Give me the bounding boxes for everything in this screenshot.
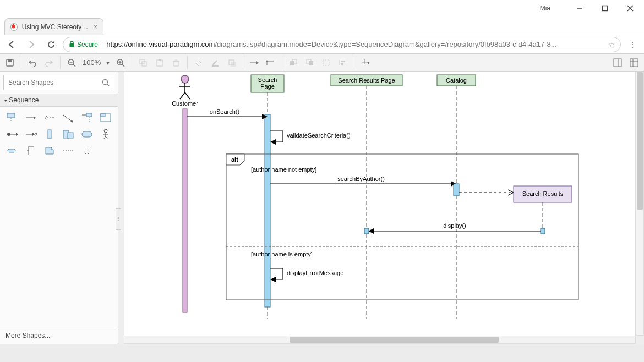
svg-rect-17 [159, 59, 161, 61]
svg-line-40 [107, 84, 110, 86]
zoom-out-button[interactable] [64, 56, 79, 70]
align-button[interactable] [335, 56, 351, 70]
zoom-in-button[interactable] [113, 56, 128, 70]
shape-continuation[interactable] [79, 128, 95, 141]
group-button[interactable] [319, 56, 334, 70]
shape-gate[interactable] [4, 144, 20, 157]
diagram-canvas[interactable]: Customer Search Page Search Results Page… [124, 72, 636, 336]
shape-destroy[interactable] [79, 111, 95, 124]
to-front-button[interactable] [286, 56, 301, 70]
app-toolbar: 100% ▾ +▾ [0, 54, 644, 72]
svg-text:validateSearchCriteria(): validateSearchCriteria() [287, 132, 351, 139]
shape-message[interactable] [23, 111, 39, 124]
svg-point-69 [181, 75, 189, 83]
svg-rect-4 [70, 43, 74, 47]
palette-header[interactable]: ▾ Sequence [0, 94, 118, 107]
fill-color-button[interactable] [191, 56, 206, 70]
svg-rect-80 [265, 114, 270, 307]
url-text: https://online.visual-paradigm.com/diagr… [106, 40, 605, 48]
shape-frame[interactable] [98, 111, 113, 124]
format-panel-button[interactable] [610, 56, 625, 70]
svg-point-51 [7, 133, 10, 136]
workspace: ▾ Sequence { } [0, 72, 644, 344]
svg-rect-96 [454, 184, 459, 196]
favicon-icon [10, 23, 18, 31]
svg-line-8 [73, 64, 75, 67]
palette-title: Sequence [9, 96, 39, 104]
svg-rect-55 [48, 130, 51, 139]
svg-text:searchByAuthor(): searchByAuthor() [337, 175, 385, 182]
copy-button[interactable] [135, 56, 151, 70]
shape-lifeline[interactable] [4, 111, 20, 124]
redo-button[interactable] [41, 56, 57, 70]
address-bar[interactable]: Secure | https://online.visual-paradigm.… [63, 37, 621, 52]
svg-rect-6 [8, 59, 12, 62]
svg-point-59 [104, 129, 107, 133]
waypoint-button[interactable] [263, 56, 279, 70]
svg-text:Search Results Page: Search Results Page [338, 77, 395, 84]
shape-duration[interactable] [23, 144, 39, 157]
back-button[interactable] [3, 36, 20, 53]
bookmark-icon[interactable]: ☆ [609, 41, 615, 48]
svg-rect-50 [101, 114, 105, 117]
svg-text:[author name is empty]: [author name is empty] [251, 251, 313, 257]
svg-line-72 [180, 92, 185, 99]
svg-text:alt: alt [231, 156, 238, 163]
svg-rect-104 [364, 228, 369, 234]
forward-button[interactable] [23, 36, 40, 53]
reload-button[interactable] [43, 36, 59, 53]
shape-concurrent[interactable] [61, 128, 76, 141]
outline-panel-button[interactable] [626, 56, 642, 70]
search-shapes[interactable] [3, 75, 114, 90]
pages-row [0, 344, 644, 362]
shape-lost[interactable] [23, 128, 39, 141]
secure-indicator: Secure [69, 41, 98, 48]
svg-point-39 [103, 80, 108, 85]
svg-rect-1 [603, 6, 608, 11]
close-icon[interactable]: × [93, 23, 97, 31]
svg-text:Customer: Customer [172, 100, 198, 107]
line-color-button[interactable] [208, 56, 223, 70]
delete-button[interactable] [168, 56, 184, 70]
add-button[interactable]: +▾ [358, 56, 373, 70]
browser-tabs: Using MVC Stereotypes v × [0, 17, 644, 35]
save-button[interactable] [2, 56, 18, 70]
horizontal-scrollbar[interactable] [124, 336, 636, 344]
to-back-button[interactable] [302, 56, 318, 70]
browser-menu-button[interactable]: ⋮ [624, 36, 641, 53]
svg-text:Catalog: Catalog [446, 77, 467, 84]
shape-actor[interactable] [98, 128, 113, 141]
window-minimize-button[interactable] [567, 0, 592, 17]
shape-return[interactable] [42, 111, 57, 124]
svg-line-63 [106, 136, 108, 139]
canvas-area: ⋮ Customer Search Page Searc [118, 72, 644, 344]
window-maximize-button[interactable] [592, 0, 618, 17]
shape-found[interactable] [4, 128, 20, 141]
undo-button[interactable] [25, 56, 40, 70]
secure-label: Secure [77, 41, 98, 48]
more-shapes-button[interactable]: More Shapes... [0, 327, 118, 344]
connector-style-button[interactable] [247, 56, 262, 70]
paste-button[interactable] [152, 56, 167, 70]
shape-note[interactable] [42, 144, 57, 157]
split-handle[interactable]: ⋮ [116, 208, 121, 230]
shape-activation[interactable] [42, 128, 57, 141]
svg-point-25 [266, 60, 268, 62]
svg-text:display(): display() [443, 222, 466, 229]
shadow-button[interactable] [224, 56, 239, 70]
svg-rect-75 [183, 109, 187, 312]
shape-create[interactable] [61, 111, 76, 124]
zoom-dropdown[interactable]: ▾ [104, 56, 112, 70]
svg-text:displayErrorMessage: displayErrorMessage [287, 270, 343, 276]
svg-rect-57 [68, 133, 73, 138]
zoom-level[interactable]: 100% [80, 58, 103, 67]
vertical-scrollbar[interactable] [636, 72, 644, 336]
search-icon [102, 79, 110, 86]
browser-tab[interactable]: Using MVC Stereotypes v × [4, 18, 103, 35]
svg-rect-41 [7, 113, 15, 118]
window-close-button[interactable] [618, 0, 643, 17]
search-input[interactable] [8, 79, 102, 86]
svg-rect-34 [614, 59, 621, 67]
shape-constraint[interactable]: { } [79, 144, 95, 157]
shape-anchor[interactable] [61, 144, 76, 157]
